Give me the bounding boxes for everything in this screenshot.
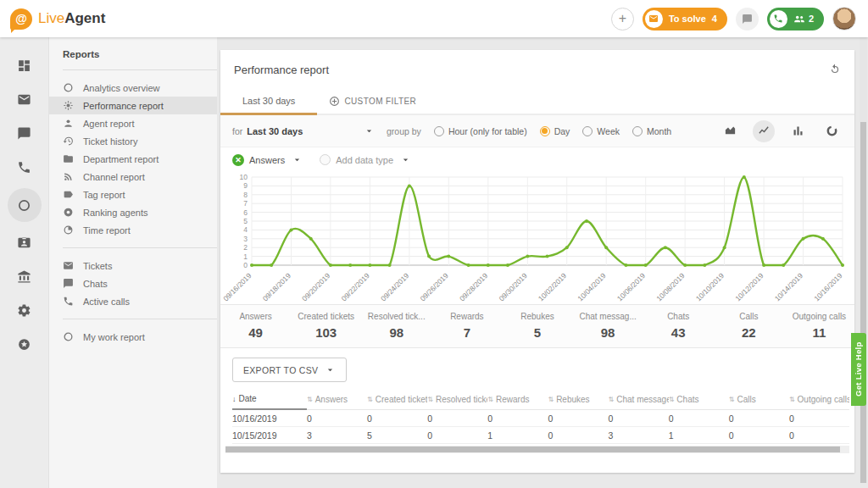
performance-report-card: Performance report Last 30 days CUSTOM F…	[220, 50, 854, 473]
column-header-calls[interactable]: ⇅Calls	[729, 391, 789, 409]
stat-answers: Answers49	[220, 312, 291, 340]
get-live-help-tab[interactable]: Get Live Help	[851, 333, 866, 406]
sidebar-title: Reports	[49, 49, 217, 69]
donut-chart-button[interactable]	[821, 120, 843, 142]
stat-value: 43	[643, 325, 714, 340]
sidebar-item-department-report[interactable]: Department report	[49, 150, 217, 168]
chat-icon	[17, 126, 31, 141]
add-data-type[interactable]: Add data type	[320, 154, 411, 165]
series-chip-answers[interactable]: ✕ Answers	[232, 154, 303, 166]
table-cell: 0	[548, 413, 608, 424]
phone-icon	[773, 14, 783, 24]
area-chart-button[interactable]	[719, 120, 741, 142]
column-header-date[interactable]: ↓Date	[232, 390, 307, 410]
rail-item-addons[interactable]	[8, 331, 42, 358]
phone-icon	[17, 160, 31, 175]
calls-badge[interactable]: 2	[767, 8, 824, 30]
sidebar-item-performance-report[interactable]: Performance report	[49, 97, 217, 114]
sidebar-item-ranking-agents[interactable]: Ranking agents	[49, 203, 217, 221]
radio-circle-icon[interactable]	[434, 126, 444, 136]
chart-type-switcher	[719, 120, 843, 142]
line-chart[interactable]: 01234567891009/16/201909/18/201909/20/20…	[220, 170, 854, 304]
column-header-rebukes[interactable]: ⇅Rebukes	[548, 391, 608, 409]
table-cell: 0	[609, 413, 669, 424]
sidebar-item-chats[interactable]: Chats	[49, 274, 217, 292]
table-header: ↓Date⇅Answers⇅Created tickets⇅Resolved t…	[232, 390, 849, 410]
bar-chart-button[interactable]	[787, 120, 809, 142]
radio-week[interactable]: Week	[582, 126, 620, 136]
sidebar-item-label: Channel report	[83, 172, 145, 182]
table-cell: 0	[367, 413, 427, 424]
rail-item-reports[interactable]	[8, 188, 42, 222]
sidebar-item-tag-report[interactable]: Tag report	[49, 186, 217, 203]
column-header-resolved-tickets[interactable]: ⇅Resolved tickets	[427, 391, 487, 409]
v-scroll-thumb[interactable]	[860, 122, 866, 483]
radio-circle-icon[interactable]	[632, 126, 643, 136]
column-header-chats[interactable]: ⇅Chats	[669, 391, 729, 409]
radio-month[interactable]: Month	[632, 126, 671, 136]
target-icon	[63, 207, 74, 218]
column-header-rewards[interactable]: ⇅Rewards	[487, 391, 548, 409]
sidebar-item-label: My work report	[83, 332, 145, 342]
column-label: Chats	[676, 395, 698, 404]
sidebar-item-channel-report[interactable]: Channel report	[49, 168, 217, 186]
vertical-scrollbar[interactable]	[860, 37, 867, 483]
sidebar-nav: Analytics overviewPerformance reportAgen…	[49, 70, 217, 354]
rail-item-contacts[interactable]	[8, 230, 42, 256]
sort-icon: ⇅	[789, 396, 795, 403]
radio-circle-icon[interactable]	[582, 126, 593, 136]
to-solve-badge[interactable]: To solve 4	[643, 8, 727, 30]
table-cell: 0	[729, 430, 789, 441]
rail-item-calls[interactable]	[8, 154, 42, 180]
add-data-type-label: Add data type	[336, 155, 393, 165]
tab-last-30-days[interactable]: Last 30 days	[220, 88, 317, 114]
column-label: Date	[239, 394, 257, 403]
stat-label: Created tickets	[291, 312, 361, 321]
chats-button[interactable]	[736, 8, 759, 30]
rail-item-chats[interactable]	[8, 120, 42, 147]
sidebar-item-time-report[interactable]: Time report	[49, 221, 217, 239]
reports-sidebar: Reports Analytics overviewPerformance re…	[49, 37, 217, 488]
svg-text:7: 7	[243, 199, 248, 208]
table-cell: 0	[789, 430, 849, 441]
export-to-csv-button[interactable]: EXPORT TO CSV	[232, 358, 347, 382]
tab-custom-filter[interactable]: CUSTOM FILTER	[317, 88, 428, 114]
refresh-button[interactable]	[829, 64, 841, 78]
sidebar-item-label: Analytics overview	[83, 83, 159, 93]
column-header-outgoing-calls[interactable]: ⇅Outgoing calls	[789, 391, 849, 409]
sidebar-item-tickets[interactable]: Tickets	[49, 257, 217, 274]
main-area: Performance report Last 30 days CUSTOM F…	[217, 37, 868, 488]
radio-day[interactable]: Day	[540, 126, 570, 136]
add-button[interactable]: +	[611, 8, 634, 30]
sidebar-item-active-calls[interactable]: Active calls	[49, 292, 217, 310]
sidebar-item-label: Performance report	[83, 101, 164, 111]
radio-hour-only-for-table[interactable]: Hour (only for table)	[434, 126, 527, 136]
stat-label: Outgoing calls	[784, 312, 854, 321]
rail-item-dashboard[interactable]	[8, 53, 42, 79]
liveagent-logo[interactable]: @ LiveAgent	[10, 8, 105, 30]
svg-text:10/12/2019: 10/12/2019	[733, 271, 765, 302]
svg-text:0: 0	[243, 261, 248, 269]
rail-item-billing[interactable]	[8, 263, 42, 290]
table-cell: 0	[669, 413, 729, 424]
column-header-created-tickets[interactable]: ⇅Created tickets	[367, 391, 427, 409]
date-range-select[interactable]: for Last 30 days	[232, 125, 375, 136]
horizontal-scrollbar[interactable]	[225, 446, 849, 453]
rail-item-tickets[interactable]	[8, 86, 42, 113]
sidebar-item-ticket-history[interactable]: Ticket history	[49, 132, 217, 150]
line-chart-button[interactable]	[753, 120, 775, 142]
sidebar-item-agent-report[interactable]: Agent report	[49, 114, 217, 132]
table-cell: 1	[487, 430, 548, 441]
sidebar-item-analytics-overview[interactable]: Analytics overview	[49, 79, 217, 97]
remove-icon[interactable]: ✕	[232, 154, 244, 166]
stat-rewards: Rewards7	[431, 312, 502, 340]
user-avatar[interactable]	[832, 7, 856, 30]
rail-item-settings[interactable]	[8, 297, 42, 324]
sidebar-item-label: Ticket history	[83, 136, 137, 147]
ring-icon	[17, 198, 31, 213]
h-scroll-thumb[interactable]	[225, 446, 840, 452]
radio-circle-icon[interactable]	[540, 126, 550, 136]
sidebar-item-my-work-report[interactable]: My work report	[49, 328, 217, 346]
column-header-answers[interactable]: ⇅Answers	[307, 391, 367, 409]
column-header-chat-messages[interactable]: ⇅Chat messages	[609, 391, 669, 409]
